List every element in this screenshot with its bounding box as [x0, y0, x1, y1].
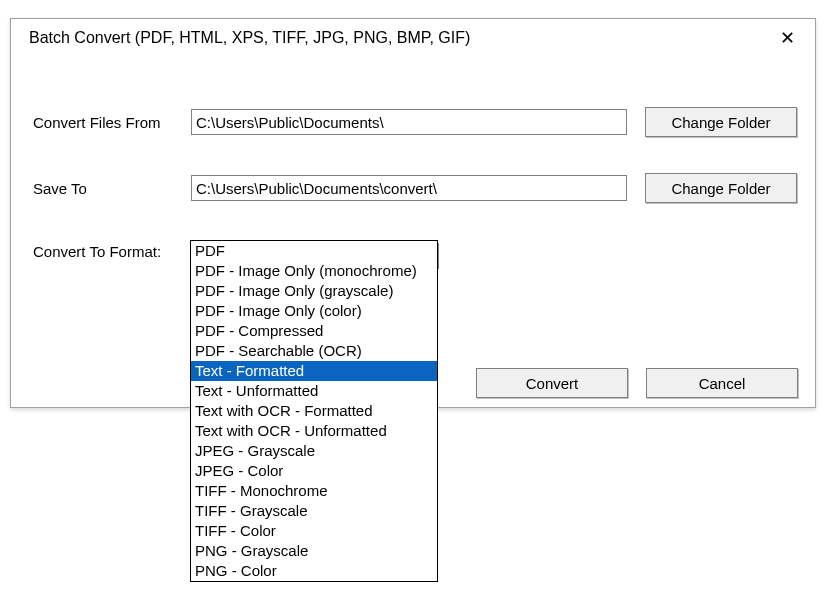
format-option[interactable]: PDF - Searchable (OCR) [191, 341, 437, 361]
format-option[interactable]: Text with OCR - Unformatted [191, 421, 437, 441]
format-option[interactable]: JPEG - Color [191, 461, 437, 481]
cancel-button[interactable]: Cancel [646, 368, 798, 398]
format-option[interactable]: PNG - Grayscale [191, 541, 437, 561]
input-save-to[interactable] [191, 175, 627, 201]
format-option[interactable]: Text with OCR - Formatted [191, 401, 437, 421]
format-option[interactable]: PDF - Image Only (monochrome) [191, 261, 437, 281]
format-listbox[interactable]: PDFPDF - Image Only (monochrome)PDF - Im… [190, 240, 438, 582]
format-option[interactable]: Text - Unformatted [191, 381, 437, 401]
format-option[interactable]: PNG - Color [191, 561, 437, 581]
format-option[interactable]: JPEG - Grayscale [191, 441, 437, 461]
change-folder-from-button[interactable]: Change Folder [645, 107, 797, 137]
titlebar: Batch Convert (PDF, HTML, XPS, TIFF, JPG… [11, 19, 815, 57]
bottom-button-row: Convert Cancel [458, 368, 798, 398]
format-option[interactable]: PDF - Image Only (color) [191, 301, 437, 321]
format-option[interactable]: PDF [191, 241, 437, 261]
format-option[interactable]: PDF - Image Only (grayscale) [191, 281, 437, 301]
format-option[interactable]: Text - Formatted [191, 361, 437, 381]
label-convert-from: Convert Files From [33, 114, 191, 131]
close-icon[interactable]: ✕ [775, 29, 799, 47]
change-folder-saveto-button[interactable]: Change Folder [645, 173, 797, 203]
input-convert-from[interactable] [191, 109, 627, 135]
label-format: Convert To Format: [33, 243, 191, 260]
format-option[interactable]: TIFF - Grayscale [191, 501, 437, 521]
convert-button[interactable]: Convert [476, 368, 628, 398]
dialog-title: Batch Convert (PDF, HTML, XPS, TIFF, JPG… [29, 29, 470, 47]
format-option[interactable]: PDF - Compressed [191, 321, 437, 341]
format-option[interactable]: TIFF - Monochrome [191, 481, 437, 501]
label-save-to: Save To [33, 180, 191, 197]
dialog-body: Convert Files From Change Folder Save To… [11, 57, 815, 269]
row-convert-from: Convert Files From Change Folder [33, 107, 797, 137]
format-option[interactable]: TIFF - Color [191, 521, 437, 541]
row-save-to: Save To Change Folder [33, 173, 797, 203]
